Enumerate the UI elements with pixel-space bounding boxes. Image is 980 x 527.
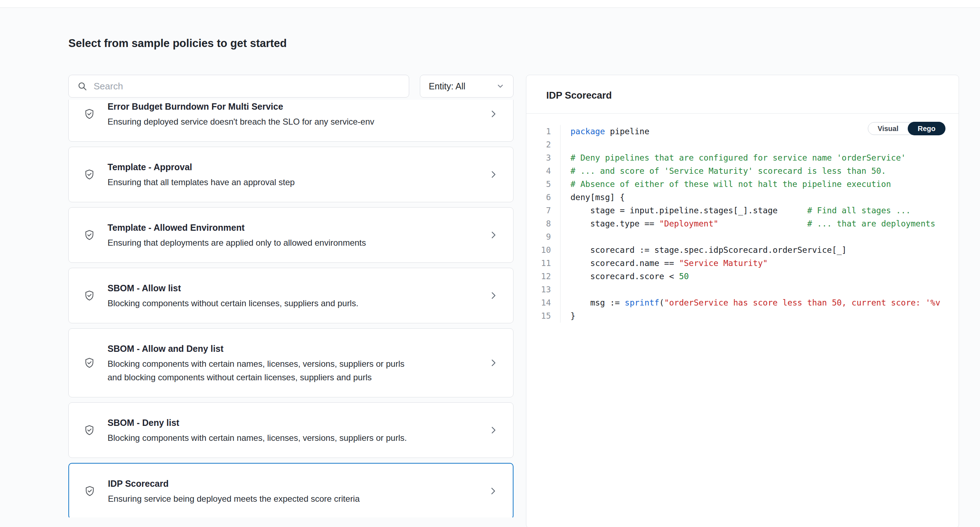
detail-panel-title: IDP Scorecard [546, 90, 939, 101]
policy-card-text: IDP Scorecard Ensuring service being dep… [108, 476, 481, 506]
line-number: 5 [526, 178, 560, 191]
code-line-content: stage = input.pipeline.stages[_].stage #… [560, 204, 910, 217]
policy-card[interactable]: IDP Scorecard Ensuring service being dep… [68, 463, 514, 517]
policy-card-text: Template - Allowed Environment Ensuring … [108, 220, 481, 250]
policy-card-title: Template - Approval [108, 160, 481, 174]
code-line: 10 scorecard := stage.spec.idpScorecard.… [526, 244, 959, 257]
line-number: 6 [526, 191, 560, 204]
line-number: 3 [526, 151, 560, 164]
policy-card-text: SBOM - Deny list Blocking components wit… [108, 416, 481, 445]
policy-card[interactable]: Error Budget Burndown For Multi Service … [68, 100, 514, 142]
policy-card-title: IDP Scorecard [108, 476, 481, 491]
code-line: 15 } [526, 309, 959, 323]
code-line-content: # Absence of either of these will not ha… [560, 178, 891, 191]
code-line-content: # ... and score of 'Service Maturity' sc… [560, 164, 886, 178]
chevron-right-icon [488, 108, 499, 119]
code-line: 14 msg := sprintf("orderService has scor… [526, 296, 959, 309]
code-line-content: } [560, 309, 576, 323]
line-number: 4 [526, 164, 560, 178]
policy-list: Error Budget Burndown For Multi Service … [68, 100, 514, 517]
code-line-content: package pipeline [560, 125, 649, 138]
policy-card-text: Error Budget Burndown For Multi Service … [108, 100, 481, 129]
search-box[interactable] [68, 75, 409, 97]
shield-check-icon [84, 229, 95, 241]
code-line: 4 # ... and score of 'Service Maturity' … [526, 164, 959, 178]
rego-view-button[interactable]: Rego [908, 122, 945, 135]
line-number: 11 [526, 257, 560, 270]
policy-card[interactable]: SBOM - Allow and Deny list Blocking comp… [68, 328, 514, 397]
chevron-right-icon [488, 230, 499, 240]
line-number: 10 [526, 244, 560, 257]
code-line-content: scorecard.name == "Service Maturity" [560, 257, 768, 270]
shield-check-icon [84, 357, 95, 369]
line-number: 7 [526, 204, 560, 217]
policy-card-text: Template - Approval Ensuring that all te… [108, 160, 481, 189]
chevron-right-icon [488, 169, 499, 180]
code-lines: 1 package pipeline 2 3 # Deny pipelines … [526, 125, 959, 323]
code-line-content: scorecard := stage.spec.idpScorecard.ord… [560, 244, 846, 257]
policy-card-description: Ensuring that all templates have an appr… [108, 175, 410, 189]
policy-card-title: Error Budget Burndown For Multi Service [108, 100, 481, 114]
sample-policies-page: Select from sample policies to get start… [0, 37, 980, 517]
policy-card-description: Ensuring that deployments are applied on… [108, 236, 410, 250]
policy-card-description: Ensuring deployed service doesn't breach… [108, 115, 410, 129]
code-line: 9 [526, 230, 959, 244]
code-line: 11 scorecard.name == "Service Maturity" [526, 257, 959, 270]
line-number: 8 [526, 217, 560, 230]
search-input[interactable] [94, 81, 400, 92]
policy-card[interactable]: Template - Allowed Environment Ensuring … [68, 207, 514, 263]
policy-detail-panel: IDP Scorecard Visual Rego 1 package pipe… [526, 75, 959, 527]
top-bar [0, 0, 980, 8]
entity-filter-dropdown[interactable]: Entity: All [420, 75, 514, 97]
code-line-content [560, 230, 571, 244]
policy-card[interactable]: SBOM - Deny list Blocking components wit… [68, 402, 514, 458]
policy-card[interactable]: Template - Approval Ensuring that all te… [68, 147, 514, 202]
code-line: 7 stage = input.pipeline.stages[_].stage… [526, 204, 959, 217]
chevron-right-icon [488, 486, 498, 497]
code-line-content: scorecard.score < 50 [560, 270, 689, 283]
code-line: 8 stage.type == "Deployment" # ... that … [526, 217, 959, 230]
policy-card-description: Blocking components with certain names, … [108, 357, 410, 384]
code-editor: Visual Rego 1 package pipeline 2 3 # Den… [526, 114, 959, 323]
chevron-right-icon [488, 425, 499, 435]
policy-list-column: Entity: All Error Budget Burndown For Mu… [68, 75, 514, 517]
line-number: 14 [526, 296, 560, 309]
view-toggle: Visual Rego [868, 122, 945, 135]
code-line-content: deny[msg] { [560, 191, 625, 204]
code-line-content [560, 283, 571, 296]
list-toolbar: Entity: All [68, 75, 514, 97]
chevron-right-icon [488, 358, 499, 368]
code-line: 2 [526, 138, 959, 151]
code-line-content: # Deny pipelines that are configured for… [560, 151, 906, 164]
code-line: 6 deny[msg] { [526, 191, 959, 204]
line-number: 2 [526, 138, 560, 151]
line-number: 1 [526, 125, 560, 138]
policy-card-title: Template - Allowed Environment [108, 220, 481, 235]
shield-check-icon [84, 290, 95, 301]
policy-card-description: Ensuring service being deployed meets th… [108, 492, 410, 506]
chevron-down-icon [496, 82, 504, 91]
detail-panel-header: IDP Scorecard [526, 75, 959, 114]
policy-card-description: Blocking components without certain lice… [108, 297, 410, 310]
code-line: 12 scorecard.score < 50 [526, 270, 959, 283]
code-line: 3 # Deny pipelines that are configured f… [526, 151, 959, 164]
line-number: 9 [526, 230, 560, 244]
search-icon [77, 81, 87, 91]
line-number: 13 [526, 283, 560, 296]
policy-card-title: SBOM - Deny list [108, 416, 481, 430]
code-line: 13 [526, 283, 959, 296]
policy-card[interactable]: SBOM - Allow list Blocking components wi… [68, 268, 514, 323]
page-title: Select from sample policies to get start… [68, 37, 959, 50]
policy-card-title: SBOM - Allow and Deny list [108, 341, 481, 356]
line-number: 12 [526, 270, 560, 283]
code-line-content: stage.type == "Deployment" # ... that ar… [560, 217, 935, 230]
policy-card-text: SBOM - Allow and Deny list Blocking comp… [108, 341, 481, 384]
shield-check-icon [84, 169, 95, 180]
shield-check-icon [84, 486, 95, 497]
line-number: 15 [526, 309, 560, 323]
chevron-right-icon [488, 290, 499, 301]
visual-view-button[interactable]: Visual [868, 123, 908, 135]
entity-filter-label: Entity: All [429, 81, 465, 92]
policy-card-text: SBOM - Allow list Blocking components wi… [108, 281, 481, 310]
code-line: 5 # Absence of either of these will not … [526, 178, 959, 191]
